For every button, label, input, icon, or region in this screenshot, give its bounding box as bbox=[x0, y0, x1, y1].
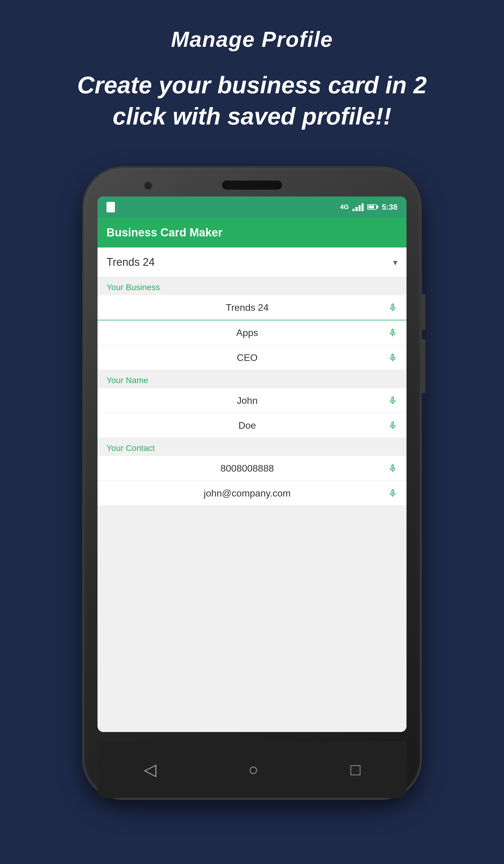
volume-down-button[interactable] bbox=[421, 339, 425, 393]
recents-button[interactable]: □ bbox=[350, 760, 360, 779]
mic-icon[interactable] bbox=[388, 302, 397, 313]
mic-icon[interactable] bbox=[388, 488, 397, 499]
back-button[interactable]: ◁ bbox=[144, 760, 156, 779]
app-header: Business Card Maker bbox=[97, 217, 407, 248]
page-title: Manage Profile bbox=[171, 27, 333, 51]
job-title-field[interactable]: CEO bbox=[97, 345, 407, 370]
business-name-value: Trends 24 bbox=[107, 302, 388, 313]
app-title: Business Card Maker bbox=[107, 226, 223, 239]
section-business-label: Your Business bbox=[97, 277, 407, 295]
camera bbox=[144, 181, 152, 190]
page-subtitle: Create your business card in 2 click wit… bbox=[42, 70, 462, 132]
status-right: 4G 5:38 bbox=[340, 203, 397, 212]
mic-icon[interactable] bbox=[388, 395, 397, 406]
battery-icon bbox=[367, 204, 378, 210]
network-label: 4G bbox=[340, 203, 349, 211]
phone-screen: 4G 5:38 bbox=[97, 196, 407, 732]
mic-icon[interactable] bbox=[388, 420, 397, 431]
signal-icon bbox=[352, 203, 363, 211]
phone-shell: 4G 5:38 bbox=[84, 168, 420, 798]
first-name-value: John bbox=[107, 395, 388, 406]
first-name-field[interactable]: John bbox=[97, 388, 407, 413]
volume-up-button[interactable] bbox=[421, 294, 425, 330]
phone-mockup: 4G 5:38 bbox=[84, 168, 420, 798]
chevron-down-icon: ▾ bbox=[393, 257, 397, 267]
earpiece bbox=[222, 181, 282, 190]
dropdown-value: Trends 24 bbox=[107, 256, 155, 268]
last-name-field[interactable]: Doe bbox=[97, 413, 407, 438]
business-name-field[interactable]: Trends 24 bbox=[97, 295, 407, 320]
mic-icon[interactable] bbox=[388, 463, 397, 474]
home-button[interactable]: ○ bbox=[248, 760, 258, 779]
email-value: john@company.com bbox=[107, 488, 388, 499]
email-field[interactable]: john@company.com bbox=[97, 481, 407, 506]
business-type-field[interactable]: Apps bbox=[97, 320, 407, 345]
mic-icon[interactable] bbox=[388, 352, 397, 363]
business-type-value: Apps bbox=[107, 327, 388, 338]
sim-icon bbox=[107, 202, 115, 213]
phone-value: 8008008888 bbox=[107, 463, 388, 474]
status-bar: 4G 5:38 bbox=[97, 196, 407, 217]
status-left bbox=[107, 202, 115, 213]
time-label: 5:38 bbox=[382, 203, 397, 212]
section-name-label: Your Name bbox=[97, 370, 407, 388]
mic-icon[interactable] bbox=[388, 327, 397, 338]
content-area: Trends 24 ▾ Your Business Trends 24 Apps bbox=[97, 248, 407, 732]
phone-field[interactable]: 8008008888 bbox=[97, 456, 407, 481]
profile-dropdown[interactable]: Trends 24 ▾ bbox=[97, 248, 407, 277]
section-contact-label: Your Contact bbox=[97, 438, 407, 456]
job-title-value: CEO bbox=[107, 352, 388, 363]
last-name-value: Doe bbox=[107, 420, 388, 431]
bottom-navigation: ◁ ○ □ bbox=[97, 741, 407, 798]
